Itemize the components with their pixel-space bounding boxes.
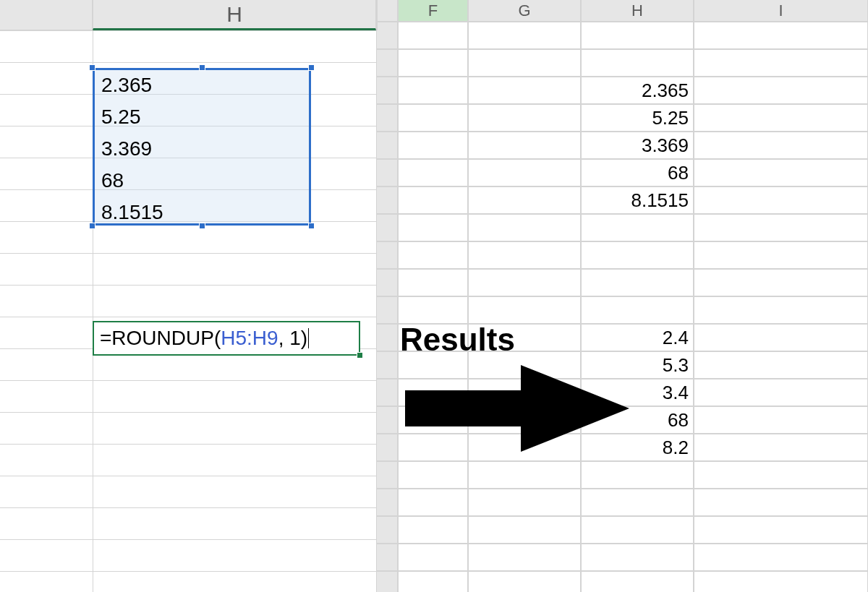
right-empty-cell[interactable] <box>398 296 468 324</box>
right-empty-cell[interactable] <box>581 489 694 516</box>
right-colhdr-i[interactable]: I <box>694 0 868 22</box>
selection-handle[interactable] <box>89 223 95 229</box>
right-empty-cell[interactable] <box>581 516 694 544</box>
right-empty-cell[interactable] <box>694 489 868 516</box>
right-empty-cell[interactable] <box>581 544 694 571</box>
right-empty-cell[interactable] <box>468 544 581 571</box>
formula-sep: , <box>278 327 290 349</box>
right-empty-cell[interactable] <box>694 269 868 296</box>
right-empty-cell[interactable] <box>694 544 868 571</box>
right-empty-cell[interactable] <box>694 516 868 544</box>
right-empty-cell[interactable] <box>398 22 468 49</box>
right-empty-cell[interactable] <box>694 22 868 49</box>
left-cell-value[interactable]: 8.1515 <box>95 197 310 228</box>
right-empty-cell[interactable] <box>581 241 694 269</box>
formula-cell[interactable]: =ROUNDUP(H5:H9, 1) <box>93 321 360 356</box>
formula-arg2: 1 <box>289 327 301 349</box>
right-empty-cell[interactable] <box>398 159 468 186</box>
right-empty-cell[interactable] <box>398 214 468 241</box>
right-cell-input[interactable]: 5.25 <box>581 104 694 132</box>
right-row-stub <box>376 544 398 571</box>
right-empty-cell[interactable] <box>398 186 468 214</box>
right-empty-cell[interactable] <box>694 571 868 592</box>
right-empty-cell[interactable] <box>468 461 581 489</box>
right-empty-cell[interactable] <box>398 77 468 104</box>
right-empty-cell[interactable] <box>468 571 581 592</box>
left-colhdr-next[interactable] <box>376 0 378 30</box>
right-empty-cell[interactable] <box>468 516 581 544</box>
formula-eq: = <box>100 327 111 349</box>
right-empty-cell[interactable] <box>694 159 868 186</box>
right-empty-cell[interactable] <box>468 22 581 49</box>
gridline <box>0 317 376 317</box>
right-empty-cell[interactable] <box>581 461 694 489</box>
right-empty-cell[interactable] <box>581 49 694 77</box>
right-empty-cell[interactable] <box>398 49 468 77</box>
right-colhdr-g[interactable]: G <box>468 0 581 22</box>
right-empty-cell[interactable] <box>468 77 581 104</box>
right-empty-cell[interactable] <box>694 296 868 324</box>
gridline <box>0 539 376 540</box>
right-cell-result[interactable]: 2.4 <box>581 324 694 351</box>
right-cell-input[interactable]: 68 <box>581 159 694 186</box>
right-empty-cell[interactable] <box>694 434 868 461</box>
gridline <box>0 444 376 445</box>
left-cell-value[interactable]: 68 <box>95 165 310 197</box>
right-row-stub <box>376 489 398 516</box>
right-empty-cell[interactable] <box>694 132 868 159</box>
right-empty-cell[interactable] <box>398 104 468 132</box>
right-empty-cell[interactable] <box>398 269 468 296</box>
right-empty-cell[interactable] <box>694 241 868 269</box>
right-empty-cell[interactable] <box>468 214 581 241</box>
left-cell-value[interactable]: 3.369 <box>95 133 310 165</box>
gridline <box>0 476 376 476</box>
right-empty-cell[interactable] <box>398 241 468 269</box>
right-colhdr-h[interactable]: H <box>581 0 694 22</box>
right-empty-cell[interactable] <box>581 22 694 49</box>
right-empty-cell[interactable] <box>694 351 868 379</box>
right-cell-input[interactable]: 2.365 <box>581 77 694 104</box>
right-empty-cell[interactable] <box>694 324 868 351</box>
right-empty-cell[interactable] <box>468 186 581 214</box>
left-cell-value[interactable]: 5.25 <box>95 101 310 133</box>
right-empty-cell[interactable] <box>468 104 581 132</box>
right-empty-cell[interactable] <box>468 132 581 159</box>
right-empty-cell[interactable] <box>694 214 868 241</box>
right-empty-cell[interactable] <box>468 159 581 186</box>
right-empty-cell[interactable] <box>468 269 581 296</box>
right-empty-cell[interactable] <box>468 49 581 77</box>
right-cell-input[interactable]: 8.1515 <box>581 186 694 214</box>
right-colhdr-f[interactable]: F <box>398 0 468 22</box>
right-row-stub <box>376 324 398 351</box>
right-empty-cell[interactable] <box>398 571 468 592</box>
right-empty-cell[interactable] <box>468 296 581 324</box>
formula-text: =ROUNDUP(H5:H9, 1) <box>100 327 307 350</box>
formula-open: ( <box>214 327 221 349</box>
right-empty-cell[interactable] <box>581 269 694 296</box>
right-empty-cell[interactable] <box>581 214 694 241</box>
right-empty-cell[interactable] <box>398 461 468 489</box>
right-cell-input[interactable]: 3.369 <box>581 132 694 159</box>
right-empty-cell[interactable] <box>694 104 868 132</box>
right-empty-cell[interactable] <box>694 379 868 406</box>
right-empty-cell[interactable] <box>468 241 581 269</box>
right-empty-cell[interactable] <box>694 49 868 77</box>
left-cell-value[interactable]: 2.365 <box>95 69 310 101</box>
right-empty-cell[interactable] <box>694 77 868 104</box>
right-empty-cell[interactable] <box>398 489 468 516</box>
right-empty-cell[interactable] <box>398 132 468 159</box>
right-empty-cell[interactable] <box>581 296 694 324</box>
selection-handle[interactable] <box>89 64 95 71</box>
left-colhdr-h[interactable]: H <box>93 0 376 30</box>
results-label: Results <box>400 322 515 358</box>
right-empty-cell[interactable] <box>694 461 868 489</box>
right-empty-cell[interactable] <box>581 571 694 592</box>
left-rowhdr-stub <box>0 0 93 30</box>
right-empty-cell[interactable] <box>398 544 468 571</box>
right-empty-cell[interactable] <box>694 186 868 214</box>
right-empty-cell[interactable] <box>694 406 868 434</box>
right-row-stub <box>376 22 398 49</box>
fill-handle[interactable] <box>357 352 363 359</box>
right-empty-cell[interactable] <box>398 516 468 544</box>
right-empty-cell[interactable] <box>468 489 581 516</box>
